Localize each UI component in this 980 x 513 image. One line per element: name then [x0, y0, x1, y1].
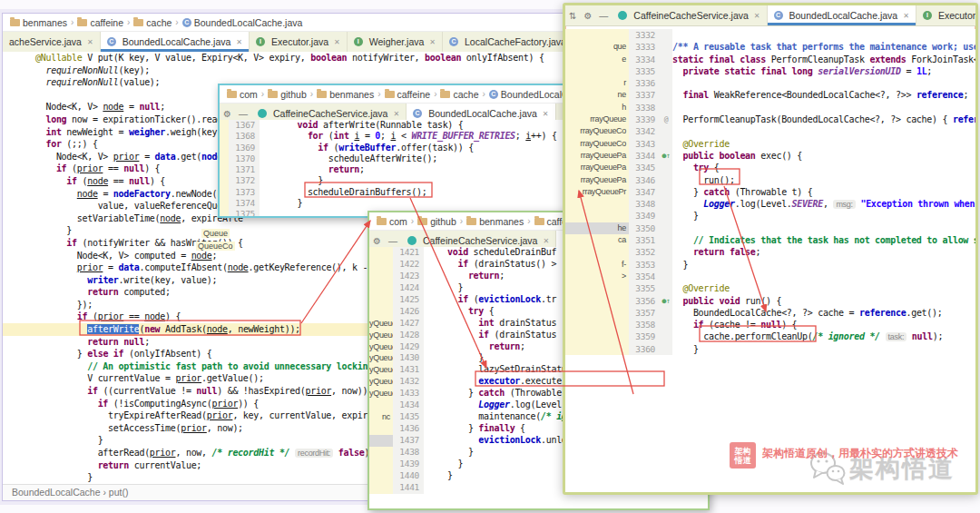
line-number[interactable]: 1423 [393, 271, 424, 282]
line-number[interactable]: 3332 [629, 29, 660, 41]
line-number[interactable]: 1430 [393, 352, 424, 364]
line-number[interactable]: 3351 [629, 234, 660, 246]
line-number[interactable]: 1375 [229, 209, 260, 218]
breadcrumb-item-com[interactable]: com [377, 216, 407, 227]
line-number[interactable]: 3333 [629, 41, 660, 53]
breadcrumb-item-github[interactable]: github [268, 89, 307, 100]
folder-icon [268, 91, 278, 98]
breadcrumb-item-github[interactable]: github [417, 216, 456, 227]
line-number[interactable]: 3357 [629, 307, 660, 319]
line-number[interactable]: 1367 [229, 120, 260, 131]
line-number[interactable]: 3353 [629, 259, 660, 271]
line-number[interactable]: 1372 [229, 175, 260, 186]
line-number[interactable]: 3348 [629, 198, 660, 210]
hide-icon[interactable]: — [595, 5, 612, 25]
class-icon: C [182, 18, 191, 27]
watermark-badge-line1: 架构 [735, 447, 751, 456]
tab-close-icon[interactable]: ✕ [429, 38, 436, 46]
line-number[interactable]: 3337 [629, 89, 660, 101]
line-number[interactable]: 1426 [393, 306, 424, 318]
breadcrumb-item-cache[interactable]: cache [440, 89, 478, 100]
line-number[interactable]: 1427 [393, 318, 424, 330]
line-number[interactable]: 1429 [393, 341, 424, 353]
line-number[interactable]: 1438 [393, 447, 424, 459]
tab-weigher-java[interactable]: IWeigher.java✕ [348, 32, 443, 52]
breadcrumb-item-cache[interactable]: cache [133, 17, 172, 28]
tab-close-icon[interactable]: ✕ [393, 110, 399, 118]
breadcrumb-item-benmanes[interactable]: benmanes [466, 216, 524, 227]
line-number[interactable]: 1424 [393, 282, 424, 294]
line-number[interactable]: 3349 [629, 210, 660, 222]
line-number[interactable]: 3339 [629, 113, 660, 125]
line-number[interactable]: 3345 [629, 162, 660, 173]
line-number[interactable]: 1374 [229, 198, 260, 209]
line-number[interactable]: 3342 [629, 125, 660, 137]
annotation-gutter-icon[interactable]: @ [660, 113, 672, 125]
tab-localcachefactory-java[interactable]: CLocalCacheFactory.java✕ [443, 32, 580, 52]
tab-boundedlocalcache-java[interactable]: CBoundedLocalCache.java✕ [101, 32, 250, 52]
line-number[interactable]: 1439 [393, 459, 424, 470]
line-number[interactable]: 3334 [629, 54, 660, 65]
breadcrumb-separator: › [460, 216, 463, 226]
line-number[interactable]: 3350 [629, 222, 660, 234]
line-number[interactable]: 3354 [629, 271, 660, 282]
tab-close-icon[interactable]: ✕ [87, 38, 93, 46]
code-editor[interactable]: 1367 void afterWrite(Runnable task) {136… [220, 120, 567, 216]
line-number[interactable]: 1371 [229, 164, 260, 175]
code-editor[interactable]: 3332que3333/** A reusable task that perf… [565, 29, 975, 492]
tab-caffeinecacheservice-java[interactable]: CaffeineCacheService.java✕ [612, 5, 767, 25]
breadcrumb-item-com[interactable]: com [227, 89, 258, 100]
tab-label: BoundedLocalCache.java [428, 108, 537, 119]
line-number[interactable]: 1373 [229, 187, 260, 198]
breadcrumb-item-caffeine[interactable]: caffeine [77, 17, 123, 28]
line-number[interactable]: 1434 [393, 400, 424, 411]
line-number[interactable]: 1422 [393, 259, 424, 271]
line-number[interactable]: 1370 [229, 153, 260, 164]
tab-boundedlocalcache-java[interactable]: CBoundedLocalCache.java✕ [768, 5, 916, 25]
line-number[interactable]: 1431 [393, 364, 424, 376]
override-gutter-icon[interactable]: ●↑ [660, 295, 672, 307]
tab-close-icon[interactable]: ✕ [543, 110, 549, 118]
breadcrumb-item-benmanes[interactable]: benmanes [317, 89, 374, 100]
navigate-icon[interactable]: ⇅ [565, 5, 580, 25]
gear-icon[interactable]: ⚙ [580, 5, 595, 25]
line-number[interactable]: 3335 [629, 65, 660, 77]
line-number[interactable]: 3359 [629, 330, 660, 342]
line-number[interactable]: 3343 [629, 138, 660, 150]
tab-executor-java[interactable]: IExecutor.java✕ [250, 32, 348, 52]
tab-close-icon[interactable]: ✕ [543, 237, 549, 245]
breadcrumb-item-boundedlocalcache-java[interactable]: CBoundedLocalCache.java [489, 89, 567, 100]
line-number[interactable]: 1437 [393, 435, 424, 447]
override-gutter-icon[interactable]: ●↑ [660, 150, 672, 162]
line-number[interactable]: 1436 [393, 423, 424, 435]
line-number[interactable]: 3347 [629, 186, 660, 198]
line-number[interactable]: 3360 [629, 343, 660, 355]
line-number[interactable]: 1440 [393, 470, 424, 482]
tab-close-icon[interactable]: ✕ [334, 38, 340, 46]
line-number[interactable]: 3352 [629, 246, 660, 258]
tab-close-icon[interactable]: ✕ [754, 12, 760, 20]
line-number[interactable]: 3356 [629, 295, 660, 307]
line-number[interactable]: 3355 [629, 282, 660, 294]
tab-acheservice-java[interactable]: acheService.java✕ [3, 32, 101, 52]
line-number[interactable]: 1432 [393, 376, 424, 388]
line-number[interactable]: 3346 [629, 174, 660, 186]
tab-close-icon[interactable]: ✕ [903, 12, 909, 20]
tab-close-icon[interactable]: ✕ [236, 38, 242, 46]
line-number[interactable]: 1369 [229, 143, 260, 153]
line-number[interactable]: 1421 [393, 247, 424, 259]
line-number[interactable]: 1368 [229, 131, 260, 142]
line-number[interactable]: 1441 [393, 482, 424, 494]
line-number[interactable]: 3338 [629, 102, 660, 113]
line-number[interactable]: 1433 [393, 388, 424, 400]
breadcrumb-item-boundedlocalcache-java[interactable]: CBoundedLocalCache.java [182, 17, 303, 28]
tab-executor-java[interactable]: IExecutor.java✕ [916, 5, 975, 25]
line-number[interactable]: 1428 [393, 330, 424, 341]
breadcrumb-item-caffeine[interactable]: caffeine [385, 89, 431, 100]
breadcrumb-item-benmanes[interactable]: benmanes [10, 17, 67, 28]
line-number[interactable]: 3336 [629, 77, 660, 89]
line-number[interactable]: 3344 [629, 150, 660, 162]
line-number[interactable]: 3358 [629, 319, 660, 330]
line-number[interactable]: 1435 [393, 411, 424, 423]
line-number[interactable]: 1425 [393, 294, 424, 306]
